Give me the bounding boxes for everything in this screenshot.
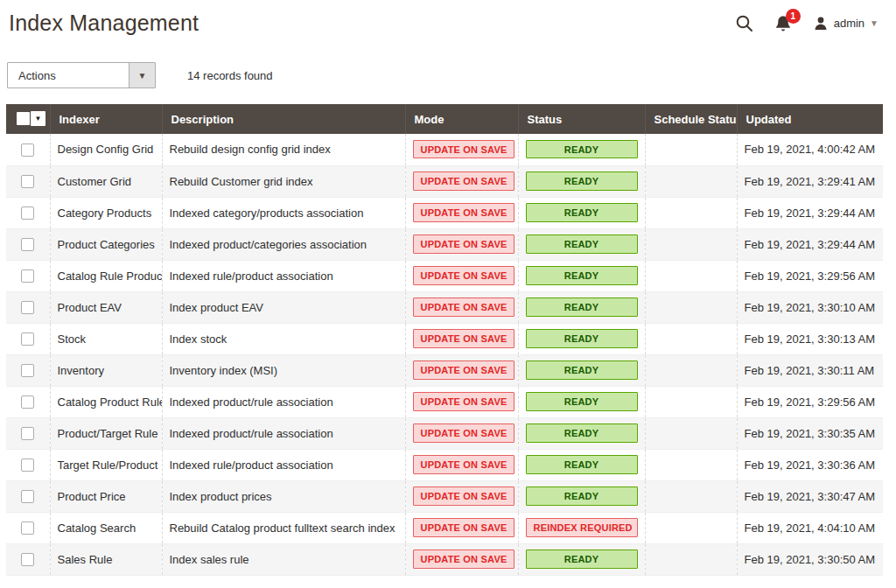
updated-cell: Feb 19, 2021, 3:30:36 AM (737, 449, 883, 480)
select-all-header-cell: ▼ (6, 104, 50, 134)
column-header-indexer[interactable]: Indexer (50, 104, 162, 134)
mode-badge: UPDATE ON SAVE (413, 203, 515, 221)
table-row: Sales Rule Index sales rule UPDATE ON SA… (6, 543, 883, 575)
column-header-schedule-status[interactable]: Schedule Status (645, 104, 737, 134)
row-checkbox[interactable] (21, 175, 34, 188)
schedule-status-cell (645, 417, 737, 449)
status-badge: READY (526, 234, 638, 253)
description-cell: Indexed product/rule association (162, 417, 405, 449)
column-header-description[interactable]: Description (162, 104, 405, 134)
mode-badge: UPDATE ON SAVE (413, 298, 515, 316)
updated-cell: Feb 19, 2021, 3:30:47 AM (737, 480, 883, 512)
select-all-dropdown[interactable]: ▼ (17, 111, 46, 126)
actions-dropdown-label: Actions (8, 63, 129, 88)
status-badge: READY (526, 203, 638, 221)
checkbox-cell (6, 417, 50, 449)
updated-cell: Feb 19, 2021, 3:29:44 AM (737, 228, 883, 260)
description-cell: Indexed product/rule association (162, 386, 405, 417)
search-icon (735, 14, 753, 32)
mode-cell: UPDATE ON SAVE (405, 449, 518, 480)
status-badge: READY (526, 550, 638, 568)
description-cell: Index sales rule (162, 543, 405, 575)
description-cell: Index product prices (162, 480, 405, 512)
checkbox-cell (6, 386, 50, 417)
table-row: Product Price Index product prices UPDAT… (6, 480, 883, 512)
checkbox-cell (6, 480, 50, 512)
description-cell: Rebuild Customer grid index (162, 165, 405, 197)
updated-cell: Feb 19, 2021, 3:30:11 AM (737, 354, 883, 386)
grid-toolbar: Actions ▼ 14 records found (7, 62, 896, 88)
schedule-status-cell (645, 260, 737, 291)
row-checkbox[interactable] (21, 332, 34, 346)
search-button[interactable] (735, 14, 753, 32)
mode-badge: UPDATE ON SAVE (413, 329, 515, 347)
updated-cell: Feb 19, 2021, 3:30:35 AM (737, 417, 883, 449)
checkbox-cell (6, 449, 50, 480)
schedule-status-cell (645, 512, 737, 543)
indexer-cell: Stock (50, 323, 162, 354)
checkbox-cell (6, 291, 50, 323)
grid-header-row: ▼ Indexer Description Mode Status Schedu… (6, 104, 883, 134)
mode-badge: UPDATE ON SAVE (413, 550, 515, 568)
mode-cell: UPDATE ON SAVE (405, 197, 518, 228)
select-all-checkbox[interactable] (17, 112, 30, 125)
row-checkbox[interactable] (21, 553, 34, 566)
indexer-cell: Catalog Rule Product (50, 260, 162, 291)
schedule-status-cell (645, 354, 737, 386)
mode-badge: UPDATE ON SAVE (413, 234, 515, 253)
updated-cell: Feb 19, 2021, 3:29:56 AM (737, 386, 883, 417)
row-checkbox[interactable] (21, 396, 34, 409)
page-title: Index Management (9, 10, 199, 36)
status-badge: READY (526, 172, 638, 190)
row-checkbox[interactable] (21, 144, 34, 157)
description-cell: Indexed product/categories association (162, 228, 405, 260)
row-checkbox[interactable] (21, 458, 34, 472)
row-checkbox[interactable] (21, 490, 34, 503)
row-checkbox[interactable] (21, 206, 34, 220)
row-checkbox[interactable] (21, 301, 34, 314)
description-cell: Indexed category/products association (162, 197, 405, 228)
indexer-cell: Catalog Product Rule (50, 386, 162, 417)
status-cell: REINDEX REQUIRED (518, 512, 645, 543)
admin-account-menu[interactable]: admin ▼ (813, 16, 878, 32)
mode-cell: UPDATE ON SAVE (405, 260, 518, 291)
column-header-updated[interactable]: Updated (737, 104, 883, 134)
updated-cell: Feb 19, 2021, 3:29:56 AM (737, 260, 883, 291)
status-cell: READY (518, 449, 645, 480)
mode-badge: UPDATE ON SAVE (413, 360, 515, 379)
status-cell: READY (518, 386, 645, 417)
actions-dropdown[interactable]: Actions ▼ (7, 62, 156, 88)
notifications-button[interactable]: 1 (774, 15, 792, 32)
mode-cell: UPDATE ON SAVE (405, 165, 518, 197)
status-cell: READY (518, 417, 645, 449)
indexer-cell: Inventory (50, 354, 162, 386)
indexer-cell: Customer Grid (50, 165, 162, 197)
admin-username: admin (834, 17, 864, 30)
status-cell: READY (518, 165, 645, 197)
mode-badge: UPDATE ON SAVE (413, 455, 515, 473)
description-cell: Rebuild Catalog product fulltext search … (162, 512, 405, 543)
header-actions: 1 admin ▼ (735, 10, 878, 32)
updated-cell: Feb 19, 2021, 4:00:42 AM (737, 134, 883, 165)
table-row: Catalog Product Rule Indexed product/rul… (6, 386, 883, 417)
indexer-cell: Product EAV (50, 291, 162, 323)
row-checkbox[interactable] (21, 364, 34, 377)
row-checkbox[interactable] (21, 522, 34, 535)
column-header-mode[interactable]: Mode (405, 104, 518, 134)
row-checkbox[interactable] (21, 270, 34, 283)
updated-cell: Feb 19, 2021, 3:30:10 AM (737, 291, 883, 323)
checkbox-cell (6, 543, 50, 575)
indexer-cell: Product Categories (50, 228, 162, 260)
mode-cell: UPDATE ON SAVE (405, 291, 518, 323)
mode-badge: UPDATE ON SAVE (413, 486, 515, 505)
checkbox-cell (6, 512, 50, 543)
status-badge: READY (526, 329, 638, 347)
status-cell: READY (518, 134, 645, 165)
indexer-cell: Design Config Grid (50, 134, 162, 165)
mode-cell: UPDATE ON SAVE (405, 354, 518, 386)
row-checkbox[interactable] (21, 427, 34, 440)
column-header-status[interactable]: Status (518, 104, 645, 134)
row-checkbox[interactable] (21, 238, 34, 251)
status-cell: READY (518, 543, 645, 575)
checkbox-cell (6, 354, 50, 386)
